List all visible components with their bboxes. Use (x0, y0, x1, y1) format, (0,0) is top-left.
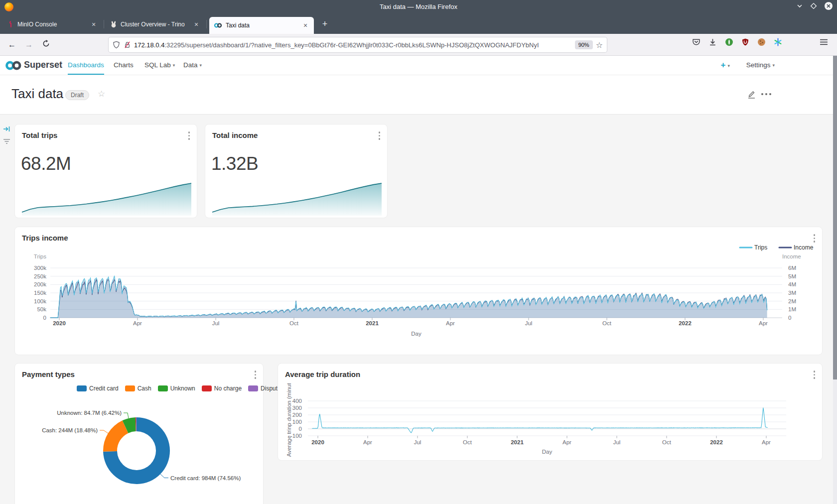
ublock-shield-icon[interactable] (741, 38, 749, 46)
reload-button[interactable] (39, 38, 53, 52)
url-bar[interactable]: 172.18.0.4:32295/superset/dashboard/1/?n… (109, 37, 607, 52)
back-button[interactable]: ← (5, 38, 19, 52)
new-tab-button[interactable]: + (319, 18, 331, 30)
svg-text:0: 0 (43, 315, 46, 321)
nav-dashboards[interactable]: Dashboards (68, 56, 104, 75)
chart-title: Average trip duration (285, 370, 360, 378)
svg-text:250k: 250k (34, 273, 46, 279)
kebab-menu-icon[interactable] (814, 234, 816, 243)
tab-taxi-data[interactable]: Taxi data × (209, 17, 314, 34)
nav-data[interactable]: Data▾ (183, 56, 202, 75)
pie-legend: Credit card Cash Unknown No charge Dispu… (77, 385, 281, 392)
svg-text:2022: 2022 (679, 320, 692, 326)
tab-close-icon[interactable]: × (90, 20, 98, 28)
legend-swatch (248, 385, 258, 391)
settings-menu[interactable]: Settings▾ (746, 56, 775, 75)
svg-text:6M: 6M (788, 265, 796, 271)
nav-charts[interactable]: Charts (114, 56, 134, 75)
svg-text:Day: Day (411, 331, 421, 337)
tab-close-icon[interactable]: × (192, 20, 200, 28)
payment-types-donut-chart[interactable]: Unknown: 84.7M (6.42%)Cash: 244M (18.48%… (15, 398, 263, 504)
trips-income-chart[interactable]: 300k6M250k5M200k4M150k3M100k2M50k1M00Tri… (15, 243, 822, 356)
card-payment-types: Payment types Credit card Cash Unknown N… (14, 363, 264, 504)
kebab-menu-icon[interactable] (379, 131, 381, 140)
svg-text:Income: Income (794, 244, 814, 251)
kebab-menu-icon[interactable] (814, 371, 816, 379)
close-window-icon[interactable] (824, 1, 833, 10)
svg-text:Jul: Jul (525, 320, 533, 326)
svg-text:400: 400 (292, 398, 302, 404)
svg-text:300k: 300k (34, 265, 46, 271)
svg-text:2021: 2021 (366, 320, 379, 326)
legend-item[interactable]: Dispute (248, 385, 281, 392)
new-item-button[interactable]: +▾ (721, 60, 730, 70)
minio-favicon (7, 21, 14, 28)
nav-sql-lab[interactable]: SQL Lab▾ (144, 56, 175, 75)
svg-text:Oct: Oct (289, 320, 299, 326)
tab-separator (206, 20, 207, 28)
asterisk-extension-icon[interactable] (774, 38, 782, 46)
svg-text:0: 0 (299, 426, 302, 432)
shield-icon[interactable] (113, 41, 120, 49)
tab-close-icon[interactable]: × (301, 21, 309, 29)
page-title: Taxi data (11, 86, 63, 102)
legend-item[interactable]: Cash (125, 385, 151, 392)
minimize-icon[interactable] (796, 2, 803, 9)
page-scrollbar[interactable] (833, 56, 837, 504)
menu-hamburger-icon[interactable] (820, 38, 828, 48)
total-income-sparkline-chart[interactable] (205, 174, 387, 217)
maximize-icon[interactable] (810, 2, 817, 9)
zoom-level-badge[interactable]: 90% (575, 40, 593, 49)
chevron-down-icon: ▾ (727, 63, 730, 68)
chevron-down-icon: ▾ (200, 63, 202, 68)
favorite-star-icon[interactable]: ☆ (98, 89, 105, 99)
url-text[interactable]: 172.18.0.4:32295/superset/dashboard/1/?n… (134, 41, 572, 49)
dashboard-menu-icon[interactable] (761, 93, 771, 95)
svg-text:5M: 5M (788, 273, 796, 279)
chevron-down-icon: ▾ (173, 63, 175, 68)
url-path: :32295/superset/dashboard/1/?native_filt… (164, 41, 539, 49)
status-badge: Draft (65, 90, 89, 100)
svg-text:4M: 4M (788, 281, 796, 287)
svg-text:Apr: Apr (759, 320, 768, 326)
tab-separator (104, 20, 104, 28)
big-number-value: 68.2M (21, 153, 71, 174)
superset-favicon (214, 22, 222, 28)
svg-text:-100: -100 (290, 433, 302, 439)
kebab-menu-icon[interactable] (188, 131, 190, 140)
svg-text:Apr: Apr (762, 439, 771, 445)
svg-text:200: 200 (292, 412, 302, 418)
legend-item[interactable]: Credit card (77, 385, 119, 392)
legend-item[interactable]: Unknown (158, 385, 195, 392)
tab-trino[interactable]: Cluster Overview - Trino × (106, 16, 205, 32)
window-title: Taxi data — Mozilla Firefox (0, 0, 837, 14)
superset-brand[interactable]: Superset (24, 60, 62, 70)
lock-insecure-icon[interactable] (124, 41, 131, 49)
superset-logo-icon[interactable] (5, 60, 22, 71)
legend-item[interactable]: No charge (202, 385, 242, 392)
browser-toolbar: ← → 172.18.0.4:32295/superset/dashboard/… (0, 34, 837, 56)
kebab-menu-icon[interactable] (255, 371, 257, 379)
download-icon[interactable] (708, 38, 717, 46)
big-number-value: 1.32B (211, 153, 258, 174)
avg-trip-duration-chart[interactable]: 4003002001000-100Average trinp duration … (278, 383, 822, 459)
scrollbar-thumb[interactable] (833, 56, 837, 379)
svg-text:Trips: Trips (34, 253, 46, 259)
expand-filter-bar-icon[interactable] (3, 126, 10, 134)
tab-minio-console[interactable]: MinIO Console × (3, 16, 102, 32)
forward-button[interactable]: → (22, 38, 36, 52)
dashboard-header: Taxi data Draft ☆ (0, 75, 837, 115)
bookmark-star-icon[interactable]: ☆ (596, 40, 603, 50)
total-trips-sparkline-chart[interactable] (15, 174, 197, 217)
cookie-extension-icon[interactable] (757, 38, 766, 46)
svg-text:100k: 100k (34, 298, 46, 304)
pocket-icon[interactable] (692, 38, 700, 46)
chart-title: Total income (212, 131, 258, 139)
svg-text:Apr: Apr (562, 439, 571, 445)
svg-text:Average trinp duration (minute: Average trinp duration (minute (286, 383, 292, 457)
extension-green-icon[interactable] (725, 38, 733, 46)
svg-text:Oct: Oct (463, 439, 472, 445)
filter-list-icon[interactable] (3, 137, 10, 146)
svg-text:Day: Day (542, 449, 553, 455)
edit-dashboard-icon[interactable] (746, 89, 756, 99)
